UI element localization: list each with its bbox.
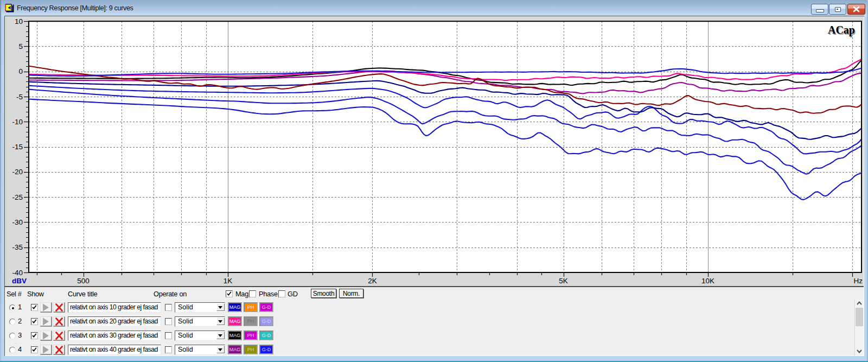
svg-text:500: 500 xyxy=(77,277,90,285)
svg-text:-5: -5 xyxy=(16,93,23,101)
svg-text:dBV: dBV xyxy=(12,277,27,285)
svg-text:-30: -30 xyxy=(12,218,23,226)
svg-text:1K: 1K xyxy=(224,277,233,285)
svg-text:10K: 10K xyxy=(701,277,714,285)
svg-text:-40: -40 xyxy=(12,269,23,277)
svg-text:-10: -10 xyxy=(12,118,23,126)
svg-text:10: 10 xyxy=(15,17,23,26)
svg-text:-15: -15 xyxy=(12,143,23,151)
svg-text:0: 0 xyxy=(18,67,23,75)
svg-text:2K: 2K xyxy=(368,277,377,285)
svg-text:ACap: ACap xyxy=(828,24,855,36)
svg-text:5K: 5K xyxy=(559,277,568,285)
svg-text:-35: -35 xyxy=(12,243,23,251)
svg-text:-25: -25 xyxy=(12,193,23,201)
svg-text:-20: -20 xyxy=(12,168,23,176)
svg-text:Hz: Hz xyxy=(854,277,863,285)
svg-text:5: 5 xyxy=(18,42,23,50)
